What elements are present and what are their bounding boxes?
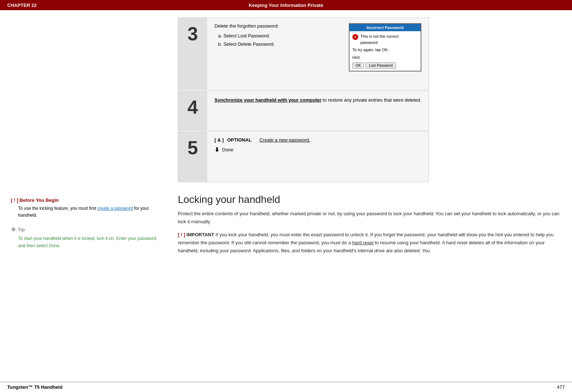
before-begin-section: [ ! ] Before You Begin To use the lockin… xyxy=(11,197,160,219)
step-3-sub-a: a. Select Lost Password. xyxy=(214,33,342,38)
step-3-number: 3 xyxy=(188,24,198,43)
screenshot-hint-label: Hint: xyxy=(352,54,418,61)
step-5-number: 5 xyxy=(188,138,198,157)
error-icon: ✕ xyxy=(352,34,358,40)
step-3-screenshot: Incorrect Password ✕ This is not the cor… xyxy=(349,23,421,72)
before-begin-bracket: [ ! ] xyxy=(11,197,18,203)
step-5-box: 5 [ & ] OPTIONAL Create a new password. … xyxy=(178,131,429,182)
step-4-number: 4 xyxy=(188,98,198,117)
before-begin-label: Before You Begin xyxy=(20,197,59,203)
step-4-text: Synchronize your handheld with your comp… xyxy=(214,97,421,104)
footer-page-number: 477 xyxy=(557,384,565,390)
step-3-inner: Delete the forgotten password: a. Select… xyxy=(214,23,421,72)
step-5-bracket: [ & ] xyxy=(214,137,224,143)
step-5-content: [ & ] OPTIONAL Create a new password. ⬇ … xyxy=(207,132,429,182)
chapter-title: Keeping Your Information Private xyxy=(147,3,425,8)
step-3-number-col: 3 xyxy=(178,18,207,90)
step-3-content: Delete the forgotten password: a. Select… xyxy=(207,18,429,90)
step-5-create-link[interactable]: Create a new password. xyxy=(260,137,310,143)
left-sidebar-lower: [ ! ] Before You Begin To use the lockin… xyxy=(0,190,171,262)
screenshot-header: Incorrect Password xyxy=(350,24,421,31)
step-3-sub-b: b. Select Delete Password. xyxy=(214,41,342,47)
footer-brand: Tungsten™ T5 Handheld xyxy=(7,384,62,390)
step-3-box: 3 Delete the forgotten password: a. Sele… xyxy=(178,17,429,90)
step-4-link[interactable]: Synchronize your handheld with your comp… xyxy=(214,97,322,103)
page-footer: Tungsten™ T5 Handheld 477 xyxy=(0,382,572,392)
important-label: IMPORTANT xyxy=(187,232,214,237)
tip-text: To start your handheld when it is locked… xyxy=(11,235,160,249)
down-arrow-icon: ⬇ xyxy=(214,146,219,153)
create-password-link[interactable]: create a password xyxy=(97,206,133,211)
screenshot-body: ✕ This is not the correct password. To t… xyxy=(350,31,421,71)
main-content-top: 3 Delete the forgotten password: a. Sele… xyxy=(0,10,572,183)
step-3-text: Delete the forgotten password: a. Select… xyxy=(214,23,342,72)
tip-title: ✳ Tip xyxy=(11,226,160,233)
screenshot-box: Incorrect Password ✕ This is not the cor… xyxy=(349,23,421,72)
intro-text: Protect the entire contents of your hand… xyxy=(178,210,561,226)
step-5-optional-label: OPTIONAL xyxy=(227,137,252,143)
step-4-number-col: 4 xyxy=(178,91,207,130)
before-begin-text1: To use the locking feature, you must fir… xyxy=(18,206,97,211)
page-header: CHAPTER 22 Keeping Your Information Priv… xyxy=(0,0,572,10)
main-lower: Locking your handheld Protect the entire… xyxy=(171,190,572,262)
tip-label: Tip xyxy=(18,227,25,232)
before-begin-title: [ ! ] Before You Begin xyxy=(11,197,160,203)
screenshot-buttons: OK Lost Password xyxy=(352,62,418,69)
screenshot-text: This is not the correct password. xyxy=(360,33,399,45)
screenshot-icon-row: ✕ This is not the correct password. xyxy=(352,33,418,45)
steps-area: 3 Delete the forgotten password: a. Sele… xyxy=(178,17,436,183)
chapter-label: CHAPTER 22 xyxy=(7,3,147,8)
step-4-after-link: to restore any private entries that were… xyxy=(322,97,421,103)
step-5-optional-row: [ & ] OPTIONAL Create a new password. xyxy=(214,137,421,143)
screenshot-ok-button[interactable]: OK xyxy=(352,62,364,69)
screenshot-try-again: To try again, tap OK. xyxy=(352,47,418,53)
tip-star-icon: ✳ xyxy=(11,226,16,233)
step-5-done-label: Done xyxy=(222,147,233,152)
step-3-intro: Delete the forgotten password: xyxy=(214,23,342,29)
step-5-number-col: 5 xyxy=(178,132,207,182)
before-begin-text: To use the locking feature, you must fir… xyxy=(11,205,160,219)
left-sidebar-top xyxy=(0,17,171,183)
section-heading: Locking your handheld xyxy=(178,194,561,205)
tip-section: ✳ Tip To start your handheld when it is … xyxy=(11,226,160,249)
important-block: [ ! ] IMPORTANT If you lock your handhel… xyxy=(178,231,561,255)
step-4-content: Synchronize your handheld with your comp… xyxy=(207,91,429,130)
hard-reset-link[interactable]: hard reset xyxy=(352,240,374,245)
important-bracket: [ ! ] xyxy=(178,232,185,237)
step-4-box: 4 Synchronize your handheld with your co… xyxy=(178,91,429,131)
step-5-done-row: ⬇ Done xyxy=(214,146,421,153)
screenshot-lost-password-button[interactable]: Lost Password xyxy=(365,62,396,69)
lower-section: [ ! ] Before You Begin To use the lockin… xyxy=(0,183,572,262)
